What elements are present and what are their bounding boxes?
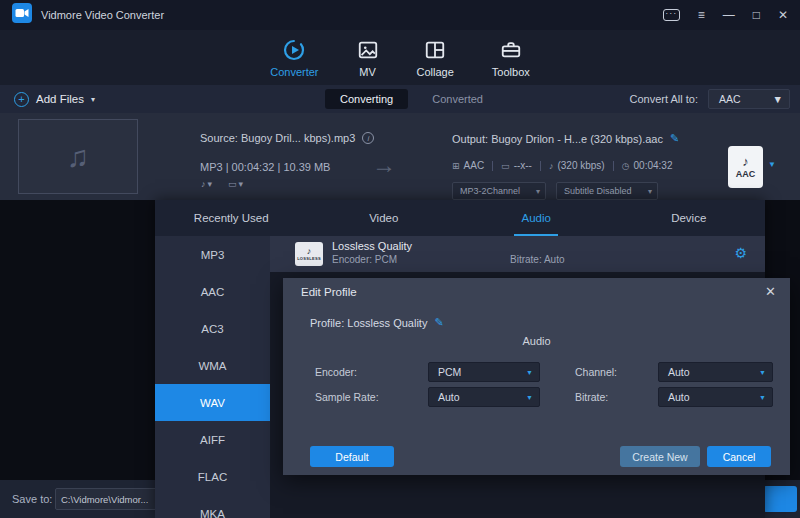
feedback-icon[interactable]: ··· bbox=[663, 9, 680, 21]
converter-icon bbox=[282, 38, 306, 62]
subtitle-selector-icon[interactable]: ▭▾ bbox=[228, 179, 245, 189]
tab-collage[interactable]: Collage bbox=[417, 38, 454, 78]
minimize-icon[interactable]: — bbox=[723, 9, 735, 21]
info-icon[interactable]: i bbox=[362, 132, 374, 144]
close-icon[interactable]: ✕ bbox=[765, 284, 776, 299]
save-path-input[interactable]: C:\Vidmore\Vidmor... ⌄ bbox=[55, 488, 171, 510]
tab-converter[interactable]: Converter bbox=[270, 38, 318, 78]
tab-converting[interactable]: Converting bbox=[325, 89, 408, 109]
main-nav: Converter MV Collage bbox=[0, 30, 800, 85]
tab-toolbox[interactable]: Toolbox bbox=[492, 38, 530, 78]
format-dropdown-icon[interactable]: ▼ bbox=[768, 160, 776, 169]
music-note-icon: ♪ bbox=[307, 247, 312, 256]
audio-track-selector-icon[interactable]: ♪▾ bbox=[201, 179, 214, 189]
format-item-wav[interactable]: WAV bbox=[155, 384, 270, 421]
format-item-mp3[interactable]: MP3 bbox=[155, 236, 270, 273]
tab-collage-label: Collage bbox=[417, 66, 454, 78]
bitrate-icon: ♪ bbox=[549, 161, 554, 171]
profile-row[interactable]: ♪ LOSSLESS Lossless Quality Encoder: PCM… bbox=[270, 236, 765, 272]
title-bar-left: Vidmore Video Converter bbox=[12, 3, 164, 27]
toolbox-icon bbox=[500, 38, 522, 62]
tab-toolbox-label: Toolbox bbox=[492, 66, 530, 78]
chevron-down-icon: ▾ bbox=[648, 187, 652, 196]
divider bbox=[540, 161, 541, 171]
convert-all-label: Convert All to: bbox=[630, 93, 698, 105]
tab-converter-label: Converter bbox=[270, 66, 318, 78]
convert-status-tabs: Converting Converted bbox=[325, 85, 483, 113]
convert-all-select[interactable]: AAC ▼ bbox=[708, 89, 790, 109]
bitrate-value: Auto bbox=[668, 391, 690, 403]
output-format-badge[interactable]: ♪ AAC bbox=[728, 146, 763, 188]
resolution-icon: ▭ bbox=[501, 161, 510, 171]
format-sidebar: MP3 AAC AC3 WMA WAV AIFF FLAC MKA bbox=[155, 236, 270, 518]
dropdown-icon: ▼ bbox=[526, 394, 533, 401]
subtitle-select[interactable]: Subtitle Disabled ▾ bbox=[556, 182, 658, 200]
file-meta: MP3 | 00:04:32 | 10.39 MB bbox=[200, 161, 330, 173]
param-duration: 00:04:32 bbox=[634, 160, 673, 171]
tab-mv[interactable]: MV bbox=[357, 38, 379, 78]
audio-channel-select[interactable]: MP3-2Channel ▾ bbox=[452, 182, 546, 200]
profile-bitrate: Bitrate: Auto bbox=[510, 254, 564, 265]
convert-all-group: Convert All to: AAC ▼ bbox=[630, 85, 790, 113]
format-item-aiff[interactable]: AIFF bbox=[155, 421, 270, 458]
dropdown-icon: ▼ bbox=[526, 369, 533, 376]
note-icon: ♪ bbox=[201, 179, 206, 189]
maximize-icon[interactable]: □ bbox=[753, 9, 760, 21]
format-item-mka[interactable]: MKA bbox=[155, 495, 270, 518]
dropdown-icon: ▼ bbox=[773, 93, 783, 105]
section-label: Audio bbox=[283, 335, 790, 347]
param-duration-group: ◷00:04:32 bbox=[622, 160, 673, 171]
encoder-value: PCM bbox=[438, 366, 461, 378]
convert-all-value: AAC bbox=[719, 93, 741, 105]
chevron-down-icon: ▾ bbox=[91, 95, 95, 104]
sub-toolbar: + Add Files ▾ Converting Converted Conve… bbox=[0, 85, 800, 113]
edit-icon[interactable]: ✎ bbox=[434, 316, 443, 329]
format-item-flac[interactable]: FLAC bbox=[155, 458, 270, 495]
add-files-button[interactable]: + Add Files ▾ bbox=[14, 85, 95, 113]
music-note-icon: ♪ bbox=[742, 155, 749, 168]
dialog-buttons: Default Create New Cancel bbox=[283, 446, 790, 468]
source-filename: Source: Bugoy Dril... kbps).mp3 bbox=[200, 132, 355, 144]
bitrate-select[interactable]: Auto ▼ bbox=[658, 387, 773, 407]
tab-device[interactable]: Device bbox=[613, 200, 766, 236]
channel-select[interactable]: Auto ▼ bbox=[658, 362, 773, 382]
format-item-aac[interactable]: AAC bbox=[155, 273, 270, 310]
sample-rate-select[interactable]: Auto ▼ bbox=[428, 387, 540, 407]
default-button[interactable]: Default bbox=[310, 446, 394, 467]
menu-icon[interactable]: ≡ bbox=[698, 9, 705, 21]
param-format-group: ⊞AAC bbox=[452, 160, 484, 171]
tab-audio-label: Audio bbox=[522, 212, 551, 224]
divider bbox=[492, 161, 493, 171]
profile-info: Lossless Quality Encoder: PCM bbox=[332, 240, 412, 265]
form-row-1: Encoder: PCM ▼ Channel: Auto ▼ bbox=[283, 362, 790, 382]
convert-all-button[interactable] bbox=[763, 486, 797, 512]
divider bbox=[613, 161, 614, 171]
tab-recently-used[interactable]: Recently Used bbox=[155, 200, 308, 236]
tab-audio[interactable]: Audio bbox=[460, 200, 613, 236]
edit-icon[interactable]: ✎ bbox=[670, 132, 679, 145]
channel-label: Channel: bbox=[575, 366, 617, 378]
tab-converted[interactable]: Converted bbox=[432, 93, 483, 105]
output-filename: Output: Bugoy Drilon - H...e (320 kbps).… bbox=[452, 133, 663, 145]
tab-device-label: Device bbox=[671, 212, 706, 224]
channel-value: Auto bbox=[668, 366, 690, 378]
chevron-down-icon: ▾ bbox=[536, 187, 540, 196]
output-line: Output: Bugoy Drilon - H...e (320 kbps).… bbox=[452, 132, 679, 145]
cancel-button[interactable]: Cancel bbox=[707, 446, 771, 467]
param-bitrate: (320 kbps) bbox=[557, 160, 604, 171]
save-path-value: C:\Vidmore\Vidmor... bbox=[61, 494, 148, 505]
dropdown-icon: ▼ bbox=[759, 369, 766, 376]
window-controls: ··· ≡ — □ ✕ bbox=[663, 9, 788, 21]
mv-icon bbox=[357, 38, 379, 62]
tab-video[interactable]: Video bbox=[308, 200, 461, 236]
close-icon[interactable]: ✕ bbox=[778, 9, 788, 21]
encoder-select[interactable]: PCM ▼ bbox=[428, 362, 540, 382]
create-new-button[interactable]: Create New bbox=[620, 446, 700, 467]
source-line: Source: Bugoy Dril... kbps).mp3 i bbox=[200, 132, 374, 144]
form-row-2: Sample Rate: Auto ▼ Bitrate: Auto ▼ bbox=[283, 387, 790, 407]
chevron-down-icon: ▾ bbox=[208, 179, 213, 189]
format-item-ac3[interactable]: AC3 bbox=[155, 310, 270, 347]
format-item-wma[interactable]: WMA bbox=[155, 347, 270, 384]
frame-icon: ▭ bbox=[228, 179, 237, 189]
gear-icon[interactable]: ⚙ bbox=[734, 245, 747, 261]
